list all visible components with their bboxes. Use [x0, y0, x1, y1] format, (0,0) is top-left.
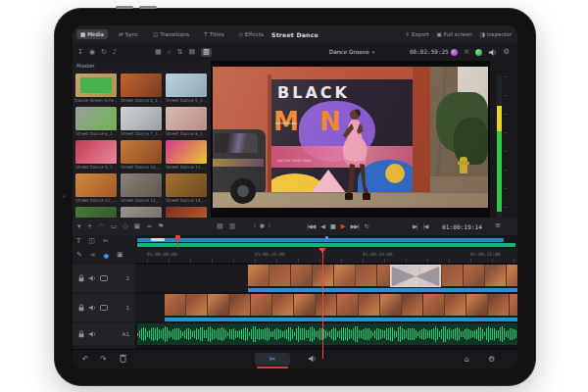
v1-clip[interactable]	[165, 294, 517, 321]
media-clip[interactable]	[121, 74, 162, 97]
play-button[interactable]: ▶	[341, 223, 345, 230]
media-clip[interactable]	[166, 107, 207, 130]
lock-icon[interactable]	[78, 304, 84, 312]
track-header-v2[interactable]: 2	[73, 265, 134, 292]
smart-insert-icon[interactable]: ◠	[98, 223, 104, 230]
cut-page-button[interactable]: ✂	[255, 353, 290, 366]
fusion-close-icon[interactable]: ×	[464, 48, 469, 56]
playhead-handle[interactable]	[318, 248, 326, 253]
search-icon[interactable]: ⌕	[168, 49, 172, 56]
list-view-icon[interactable]: ▤	[188, 49, 195, 56]
mute-icon[interactable]	[88, 330, 96, 338]
delete-icon[interactable]	[120, 354, 126, 363]
place-on-top-icon[interactable]: ▣	[134, 223, 141, 230]
sort-icon[interactable]: ⇅	[177, 49, 183, 56]
timeline-ruler[interactable]: 01:00:08:0001:00:16:0001:00:24:0001:00:3…	[135, 248, 517, 264]
export-button[interactable]: ⇧Export	[405, 31, 428, 37]
append-icon[interactable]: ▭	[111, 223, 118, 230]
review-icon[interactable]: ▶|	[413, 223, 417, 229]
track-header-a1[interactable]: A1	[73, 323, 134, 345]
undo-icon[interactable]: ↶	[82, 355, 89, 364]
media-clip[interactable]	[75, 74, 117, 97]
timeline-selector[interactable]: Dance Groove ▾	[308, 43, 396, 61]
tab-effects[interactable]: ◇Effects	[235, 29, 268, 39]
timeline-clip-icon[interactable]: ▥	[229, 223, 236, 230]
red-marker[interactable]	[175, 235, 180, 240]
video-preview[interactable]: BLACK M N NATION BLACK ARE YOU THERE TOD…	[213, 67, 488, 208]
media-clip[interactable]	[166, 74, 207, 97]
filmstrip-view-icon[interactable]: ▥	[201, 48, 212, 57]
v2-clip[interactable]	[248, 265, 517, 292]
prev-clip-button[interactable]: |◀◀	[307, 223, 315, 229]
trim-tool-icon[interactable]: ◫	[88, 238, 95, 245]
add-bin-icon[interactable]: +	[87, 223, 93, 230]
blade-tool-icon[interactable]: ✂	[103, 238, 109, 245]
select-tool-icon[interactable]: T	[76, 238, 80, 245]
gear-icon[interactable]: ⚙	[503, 48, 510, 56]
tab-transitions[interactable]: ◫Transitions	[149, 29, 193, 39]
playhead-line[interactable]	[322, 249, 324, 359]
media-clip[interactable]	[121, 173, 162, 197]
collapse-icon[interactable]: ▾	[77, 223, 81, 230]
next-clip-button[interactable]: ▶▶|	[351, 223, 359, 229]
cross-dissolve-transition[interactable]	[390, 265, 441, 287]
filmstrip-frame	[208, 294, 229, 316]
media-clip[interactable]	[121, 207, 162, 218]
media-clip[interactable]	[75, 173, 117, 197]
play-reverse-button[interactable]: ◀	[320, 223, 324, 229]
track-header-v1[interactable]: 1	[73, 294, 134, 321]
settings-icon[interactable]: ⚙	[488, 355, 495, 364]
tab-sync[interactable]: ⇄Sync	[115, 29, 142, 39]
mini-timeline[interactable]	[135, 235, 517, 248]
lock-icon[interactable]	[78, 330, 84, 338]
link-clips-icon[interactable]: ∞	[90, 252, 96, 259]
tab-media[interactable]: ▩Media	[76, 29, 108, 39]
media-clip[interactable]	[166, 140, 207, 164]
track-enable-icon[interactable]	[100, 275, 108, 281]
media-clip[interactable]	[75, 107, 117, 130]
pencil-tool-icon[interactable]: ✎	[76, 252, 82, 259]
loop-button[interactable]: ↻	[365, 223, 368, 229]
home-icon[interactable]: ⌂	[465, 355, 469, 364]
inspector-button[interactable]: ◨Inspector	[480, 31, 512, 37]
mute-icon[interactable]	[88, 274, 96, 282]
bin-label[interactable]: Master	[76, 63, 94, 69]
refresh-icon[interactable]: ↻	[101, 49, 107, 56]
audio-clip-icon[interactable]: ♪	[113, 49, 117, 56]
speaker-icon[interactable]	[308, 354, 317, 364]
menu-icon[interactable]: ≡	[495, 221, 501, 229]
capture-icon[interactable]: ◉	[89, 49, 95, 56]
grid-view-icon[interactable]: ▦	[155, 49, 162, 56]
flag-tool-icon[interactable]: ▣	[117, 252, 123, 259]
current-timecode[interactable]: 01:00:19:14	[442, 223, 482, 230]
duration-timecode[interactable]: 00:02:59:25	[410, 48, 449, 55]
fullscreen-icon: ▣	[437, 31, 442, 37]
lock-icon[interactable]	[78, 274, 84, 282]
match-frame-icon[interactable]: |◀	[423, 223, 428, 229]
media-clip[interactable]	[121, 140, 162, 164]
tab-titles[interactable]: TTitles	[200, 29, 227, 39]
source-overwrite-icon[interactable]: ≈	[146, 223, 152, 230]
jog-control[interactable]: ( ● )	[254, 222, 271, 228]
full-screen-button[interactable]: ▣Full screen	[437, 31, 472, 37]
stop-button[interactable]: ■	[330, 223, 335, 229]
media-clip[interactable]	[75, 207, 117, 218]
snap-toggle-icon[interactable]: ●	[104, 253, 109, 259]
source-clip-icon[interactable]: ▤	[217, 223, 223, 230]
media-clip[interactable]	[166, 207, 207, 218]
track-enable-icon[interactable]	[100, 305, 108, 311]
import-media-icon[interactable]: ↧	[77, 49, 83, 56]
ripple-overwrite-icon[interactable]: ◇	[122, 223, 127, 230]
marker-icon[interactable]: ⚑	[158, 223, 164, 230]
color-page-icon[interactable]	[451, 49, 458, 56]
mute-icon[interactable]	[88, 304, 96, 312]
a1-audio-clip[interactable]	[137, 323, 517, 345]
media-clip[interactable]	[121, 107, 162, 130]
media-clip[interactable]	[75, 140, 117, 164]
waveform-bar	[441, 329, 442, 339]
sync-status-icon[interactable]	[475, 49, 482, 56]
redo-icon[interactable]: ↷	[100, 355, 107, 364]
timeline[interactable]: 01:00:08:0001:00:16:0001:00:24:0001:00:3…	[135, 235, 517, 349]
audio-monitor-icon[interactable]	[488, 48, 497, 57]
media-clip[interactable]	[166, 173, 207, 197]
